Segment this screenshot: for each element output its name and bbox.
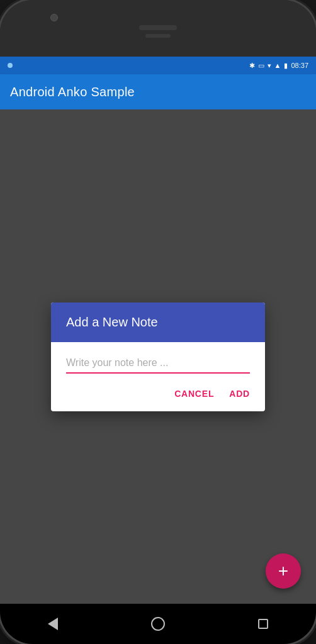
speaker xyxy=(139,25,177,30)
bottom-nav-bar xyxy=(0,604,316,644)
dialog-title: Add a New Note xyxy=(66,315,158,329)
phone-screen: ✱ ▭ ▾ ▲ ▮ 08:37 Android Anko Sample Add … xyxy=(0,57,316,604)
fab-icon: + xyxy=(278,562,288,580)
dialog: Add a New Note CANCEL ADD xyxy=(51,303,265,411)
signal-bars-icon: ▲ xyxy=(274,62,281,69)
dialog-header: Add a New Note xyxy=(51,303,265,342)
dialog-actions: CANCEL ADD xyxy=(51,379,265,411)
app-title: Android Anko Sample xyxy=(10,85,135,99)
sim-icon: ▭ xyxy=(258,62,264,70)
signal-dot xyxy=(8,63,13,68)
status-bar: ✱ ▭ ▾ ▲ ▮ 08:37 xyxy=(0,57,316,74)
bluetooth-icon: ✱ xyxy=(249,62,255,70)
dialog-overlay: Add a New Note CANCEL ADD xyxy=(0,109,316,604)
top-bezel xyxy=(0,0,316,57)
content-area: Add a New Note CANCEL ADD + xyxy=(0,109,316,604)
dialog-body xyxy=(51,342,265,379)
status-left xyxy=(8,63,13,68)
add-button[interactable]: ADD xyxy=(224,384,255,404)
note-input[interactable] xyxy=(66,355,250,374)
nav-home-button[interactable] xyxy=(147,613,169,635)
wifi-icon: ▾ xyxy=(268,62,271,70)
battery-icon: ▮ xyxy=(284,62,288,70)
nav-back-button[interactable] xyxy=(42,613,64,635)
cancel-button[interactable]: CANCEL xyxy=(169,384,219,404)
back-icon xyxy=(48,618,58,630)
phone-shell: ✱ ▭ ▾ ▲ ▮ 08:37 Android Anko Sample Add … xyxy=(0,0,316,644)
home-icon xyxy=(151,617,165,631)
camera xyxy=(50,14,58,21)
recent-icon xyxy=(258,619,268,629)
earpiece xyxy=(145,34,171,38)
fab-add-button[interactable]: + xyxy=(266,553,301,589)
toolbar: Android Anko Sample xyxy=(0,74,316,109)
status-right: ✱ ▭ ▾ ▲ ▮ 08:37 xyxy=(249,62,308,70)
nav-recent-button[interactable] xyxy=(252,613,274,635)
clock: 08:37 xyxy=(291,62,308,69)
